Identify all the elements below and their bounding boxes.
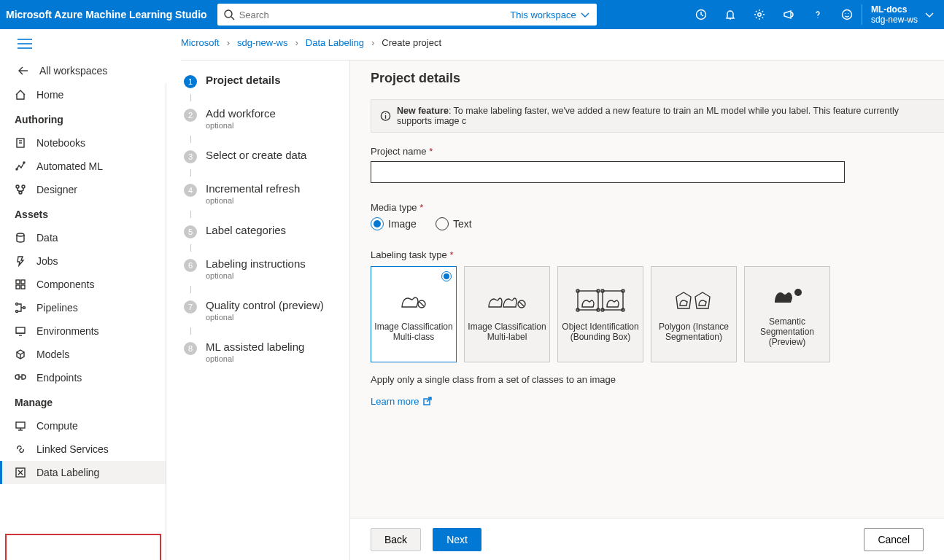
svg-point-21 xyxy=(17,233,24,236)
sidebar-item-automl[interactable]: Automated ML xyxy=(0,155,166,178)
svg-line-1 xyxy=(231,17,234,20)
svg-rect-22 xyxy=(16,280,20,284)
page-title: Project details xyxy=(371,71,944,86)
sidebar-item-designer[interactable]: Designer xyxy=(0,178,166,201)
pipelines-icon xyxy=(15,302,26,314)
step-label: Add workforce xyxy=(206,107,276,120)
back-label: All workspaces xyxy=(39,65,107,77)
designer-icon xyxy=(15,184,26,195)
task-card-multi-class[interactable]: Image Classification Multi-class xyxy=(371,266,457,362)
task-card-polygon[interactable]: Polygon (Instance Segmentation) xyxy=(651,266,737,362)
breadcrumb-link[interactable]: Data Labeling xyxy=(306,37,364,48)
wizard-step-8[interactable]: 8 ML assisted labelingoptional xyxy=(181,335,349,369)
step-label: ML assisted labeling xyxy=(206,341,304,353)
smiley-icon[interactable] xyxy=(832,0,862,29)
sidebar-item-endpoints[interactable]: Endpoints xyxy=(0,366,166,389)
breadcrumb-link[interactable]: Microsoft xyxy=(181,37,220,48)
hamburger-menu[interactable] xyxy=(0,29,166,58)
task-type-label: Labeling task type * xyxy=(371,249,944,260)
media-type-radio-image[interactable]: Image xyxy=(371,217,417,230)
back-to-workspaces[interactable]: All workspaces xyxy=(0,58,166,83)
step-label: Project details xyxy=(206,74,281,86)
wizard-step-2[interactable]: 2 Add workforceoptional xyxy=(181,101,349,136)
sidebar-item-models[interactable]: Models xyxy=(0,343,166,366)
wizard-steps: 1 Project details 2 Add workforceoptiona… xyxy=(181,60,350,560)
task-card-semantic[interactable]: Semantic Segmentation (Preview) xyxy=(744,266,830,362)
svg-rect-33 xyxy=(16,422,25,428)
sidebar-item-jobs[interactable]: Jobs xyxy=(0,249,166,273)
info-banner: New feature: To make labeling faster, we… xyxy=(371,99,944,133)
learn-more-link[interactable]: Learn more xyxy=(371,395,433,407)
sidebar-item-label: Environments xyxy=(36,325,99,337)
step-label: Labeling instructions xyxy=(206,257,306,270)
sidebar-item-environments[interactable]: Environments xyxy=(0,319,166,343)
search-input[interactable] xyxy=(235,9,511,20)
sidebar-item-label: Compute xyxy=(36,420,78,432)
wizard-step-3[interactable]: 3 Select or create data xyxy=(181,143,349,169)
two-dogs-tag-icon xyxy=(486,287,528,314)
task-card-multi-label[interactable]: Image Classification Multi-label xyxy=(464,266,550,362)
sidebar-item-label: Automated ML xyxy=(36,160,103,172)
media-type-label: Media type * xyxy=(371,202,944,213)
svg-point-27 xyxy=(16,311,18,313)
svg-point-26 xyxy=(16,303,18,306)
megaphone-icon[interactable] xyxy=(774,0,803,29)
link-icon xyxy=(15,443,26,455)
notebook-icon xyxy=(15,137,26,149)
task-card-bounding-box[interactable]: Object Identification (Bounding Box) xyxy=(557,266,643,362)
sidebar-item-linked-services[interactable]: Linked Services xyxy=(0,438,166,461)
sidebar-item-label: Components xyxy=(36,279,94,290)
account-name: ML-docs xyxy=(871,4,918,15)
wizard-step-7[interactable]: 7 Quality control (preview)optional xyxy=(181,293,349,327)
search-scope-dropdown[interactable]: This workspace xyxy=(510,9,590,20)
sidebar-item-label: Endpoints xyxy=(36,372,82,384)
step-label: Quality control (preview) xyxy=(206,299,324,311)
svg-point-4 xyxy=(758,13,761,16)
helper-text: Apply only a single class from a set of … xyxy=(371,374,944,385)
bell-icon[interactable] xyxy=(716,0,745,29)
svg-line-41 xyxy=(419,302,424,306)
svg-rect-29 xyxy=(16,327,25,333)
cancel-button[interactable]: Cancel xyxy=(864,528,924,551)
wizard-step-1[interactable]: 1 Project details xyxy=(181,68,349,94)
compute-icon xyxy=(15,420,26,432)
sidebar-item-notebooks[interactable]: Notebooks xyxy=(0,131,166,155)
automl-icon xyxy=(15,160,26,172)
sidebar-group-assets: Assets xyxy=(0,201,166,226)
back-button[interactable]: Back xyxy=(371,528,421,551)
chevron-down-icon xyxy=(924,9,935,20)
sidebar-item-pipelines[interactable]: Pipelines xyxy=(0,296,166,319)
next-button[interactable]: Next xyxy=(433,528,481,551)
breadcrumb-link[interactable]: sdg-new-ws xyxy=(237,37,287,48)
home-icon xyxy=(15,89,26,101)
svg-point-28 xyxy=(23,307,26,309)
wizard-step-5[interactable]: 5 Label categories xyxy=(181,218,349,244)
sidebar-item-label: Linked Services xyxy=(36,443,109,455)
gear-icon[interactable] xyxy=(745,0,774,29)
clock-icon[interactable] xyxy=(686,0,716,29)
wizard-step-4[interactable]: 4 Incremental refreshoptional xyxy=(181,176,349,211)
step-label: Incremental refresh xyxy=(206,182,300,195)
media-type-radio-text[interactable]: Text xyxy=(436,217,472,230)
sidebar-item-components[interactable]: Components xyxy=(0,273,166,296)
sidebar: Home Authoring Notebooks Automated ML De… xyxy=(0,83,166,560)
sidebar-item-label: Models xyxy=(36,349,69,360)
info-text: : To make labeling faster, we've added a… xyxy=(397,106,899,126)
annotation-highlight xyxy=(5,534,161,560)
search-scope-label: This workspace xyxy=(510,9,576,20)
wizard-step-6[interactable]: 6 Labeling instructionsoptional xyxy=(181,252,349,286)
radio-icon xyxy=(436,217,449,230)
project-name-input[interactable] xyxy=(371,161,845,183)
svg-rect-24 xyxy=(16,285,20,289)
search-box[interactable]: This workspace xyxy=(217,4,597,26)
sidebar-item-compute[interactable]: Compute xyxy=(0,414,166,438)
help-icon[interactable] xyxy=(803,0,832,29)
workspace-name: sdg-new-ws xyxy=(871,15,918,25)
sidebar-group-authoring: Authoring xyxy=(0,106,166,131)
semantic-seg-icon xyxy=(769,281,805,309)
account-switcher[interactable]: ML-docs sdg-new-ws xyxy=(862,4,944,25)
svg-point-56 xyxy=(794,289,802,296)
sidebar-item-home[interactable]: Home xyxy=(0,83,166,106)
sidebar-item-data[interactable]: Data xyxy=(0,226,166,249)
sidebar-item-data-labeling[interactable]: Data Labeling xyxy=(0,461,166,484)
